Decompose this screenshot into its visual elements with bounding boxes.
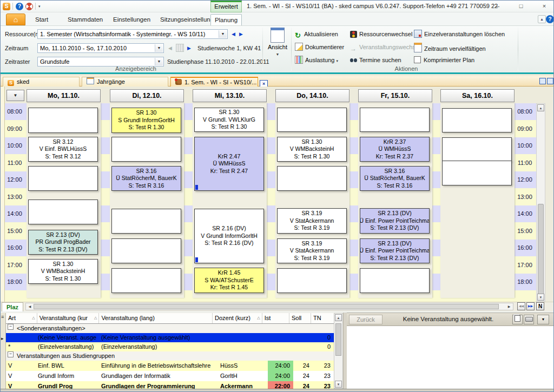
empty-slot-block[interactable] [360,268,430,293]
col-header-veranstaltung-kurz[interactable]: Veranstaltung (kur△ [37,313,100,323]
zeitraum-combobox[interactable]: Mo, 11.10.2010 - So, 17.10.2010 ▼ [37,43,164,53]
chevron-down-icon[interactable]: ▼ [155,44,163,52]
course-block[interactable]: SR 1.30 V WMBacksteinH S: Test R 1.30 [277,137,347,162]
course-block[interactable]: KrR 1.45 S WA/ATSchusterE Kr: Test R 1.4… [194,268,264,293]
dokumentierer-button[interactable]: Dokumentierer [295,43,344,52]
course-block[interactable]: SR 2.13 (DV) Ü Einf. Power PointTeichma … [360,208,430,234]
go-to-end-button[interactable]: N [536,302,544,310]
col-header-ist[interactable]: Ist [262,313,289,323]
empty-slot-block[interactable] [442,137,512,162]
course-block[interactable]: SR 3.16 Ü StatRöcherM, BauerK S: Test R … [111,166,181,191]
col-header-tn[interactable]: TN [311,313,334,323]
empty-slot-block[interactable] [111,137,181,162]
empty-slot-block[interactable] [277,268,347,293]
course-block[interactable]: SR 2.13 (DV) PR Grundl ProgBader S: Test… [28,230,98,255]
menu-icon[interactable]: ≡ [1,314,4,320]
ressourcenwechsel-button[interactable]: Ressourcenwechsel [350,30,412,39]
tab-active-semester[interactable]: 1. Sem. - WI - SI - WS10/...× [170,77,258,87]
detail-dropdown-button[interactable]: ▼ [537,315,549,324]
table-row[interactable]: * (Einzelveranstaltung) (Einzelveranstal… [6,342,334,351]
empty-slot-block[interactable] [111,268,181,293]
support-icon[interactable] [25,3,33,10]
tab-plaz[interactable]: Plaz [2,302,23,311]
table-row[interactable]: V Grundl Inform Grundlagen der Informati… [6,371,334,381]
mdi-close-icon[interactable] [547,78,553,84]
course-block[interactable]: SR 2.16 (DV) V Grundl InformGorltH S: Te… [194,209,264,263]
scroll-down-icon[interactable]: ▼ [335,381,342,388]
empty-slot-block[interactable] [28,166,98,191]
col-header-veranstaltung-lang[interactable]: Veranstaltung (lang) [99,313,213,323]
maximize-button[interactable]: □ [513,2,529,11]
home-tab[interactable]: ⌂ [6,14,25,25]
scroll-down-icon[interactable]: ▼ [537,294,544,301]
empty-slot-block[interactable] [111,238,181,263]
zeitraum-next-icon[interactable]: ▶ [187,43,191,53]
aktualisieren-button[interactable]: ↻Aktualisieren [295,30,338,39]
tab-sked[interactable]: Ssked [3,77,80,87]
ressource-prev-icon[interactable]: ◀ [232,29,235,39]
quick-access-dropdown-icon[interactable]: ▾ [38,4,41,9]
zeitraum-grid-icon[interactable] [176,44,184,52]
empty-slot-block[interactable] [277,108,347,132]
scrollbar-thumb[interactable] [34,304,499,309]
close-button[interactable]: × [537,2,552,11]
checkbox-icon[interactable] [414,56,421,63]
table-group-row[interactable]: − Veranstaltungen aus Studiengruppen [6,351,334,361]
zeitraum-vervielfaeltigen-button[interactable]: Zeitraum vervielfältigen [414,43,486,52]
table-row[interactable]: V Grundl Prog Grundlagen der Programmier… [6,381,334,389]
auslastung-button[interactable]: Auslastung ▾ [295,56,338,65]
prev-week-button[interactable]: ◀◀ [517,302,525,310]
scrollbar-thumb[interactable] [335,323,341,356]
table-row[interactable]: V Einf. BWL Einführung in die Betriebswi… [6,361,334,371]
calendar-options-button[interactable]: ▼ [6,90,24,101]
contextual-tab-erweitert[interactable]: Erweitert [210,1,242,12]
course-block[interactable]: KrR 2.47 Ü WMHüssS Kr: Test R 2.47 [194,137,264,191]
back-button[interactable]: Zurück [349,315,382,324]
course-block[interactable]: SR 3.16 Ü StatRöcherM, BauerK S: Test R … [360,166,430,191]
course-block[interactable]: SR 3.19 V StatAckermann S: Test R 3.19 [277,238,347,263]
chevron-down-icon[interactable]: ▼ [155,58,163,65]
empty-slot-block[interactable] [442,108,512,132]
col-header-art[interactable]: Art△ [6,313,37,323]
course-block[interactable]: SR 1.30 V Grundl. VWLKlurG S: Test R 1.3… [194,108,264,132]
course-block[interactable]: SR 3.12 V Einf. BWLHüssS S: Test R 3.12 [28,137,98,162]
tab-jahrgaenge[interactable]: Jahrgänge [82,77,168,87]
empty-slot-block[interactable] [442,161,512,185]
table-row-selected[interactable]: (Keine Veranst. ausge (Keine Veranstaltu… [6,333,334,342]
ressource-next-icon[interactable]: ▶ [239,29,243,39]
chevron-down-icon[interactable]: ▼ [219,30,227,38]
scroll-left-icon[interactable]: ◀ [27,304,33,309]
komprimierter-plan-checkbox[interactable]: Komprimierter Plan [414,56,474,65]
table-vertical-scrollbar[interactable]: ▲ ▼ [334,313,343,389]
einzelveranstaltungen-loeschen-button[interactable]: Einzelveranstaltungen löschen [414,30,505,39]
zeitraum-prev-icon[interactable]: ◀ [168,43,172,53]
empty-slot-block[interactable] [28,108,98,133]
course-block[interactable]: SR 2.13 (DV) Ü Einf. Power PointTeichma … [360,238,430,263]
scroll-up-icon[interactable]: ▲ [335,314,342,321]
help-icon[interactable]: ? [16,3,23,10]
ribbon-help-icon[interactable]: ? [546,15,554,23]
next-week-button[interactable]: ▶▶ [526,302,535,310]
tab-start[interactable]: Start [29,14,55,25]
calendar-horizontal-scrollbar[interactable]: ◀ ▶ [25,303,513,310]
collapse-group-icon[interactable]: − [8,324,14,330]
minimize-button[interactable]: – [490,2,505,11]
empty-slot-block[interactable] [277,166,347,191]
mdi-window-icon[interactable] [539,78,546,84]
empty-slot-block[interactable] [28,200,98,224]
empty-slot-block[interactable] [360,108,430,132]
col-header-soll[interactable]: Soll [289,313,311,323]
col-header-dozent[interactable]: Dozent (kurz)△ [213,313,262,323]
panel-divider[interactable] [343,313,347,389]
tab-einstellungen[interactable]: Einstellungen [107,14,157,25]
termine-suchen-button[interactable]: Termine suchen [350,56,401,65]
scroll-up-icon[interactable]: ▲ [537,104,544,111]
calendar-vertical-scrollbar[interactable]: ▲ ▼ [536,103,545,302]
collapse-group-icon[interactable]: − [8,351,14,357]
tab-planung[interactable]: Planung [210,14,242,25]
course-block[interactable]: SR 1.30 V WMBacksteinH S: Test R 1.30 [28,259,98,284]
course-block[interactable]: SR 3.19 V StatAckermann S: Test R 3.19 [277,208,347,234]
ansicht-button[interactable]: Ansicht ▼ [266,28,289,69]
course-block[interactable]: KrR 2.37 Ü WMHüssS Kr: Test R 2.37 [360,137,430,162]
empty-slot-block[interactable] [111,209,181,234]
